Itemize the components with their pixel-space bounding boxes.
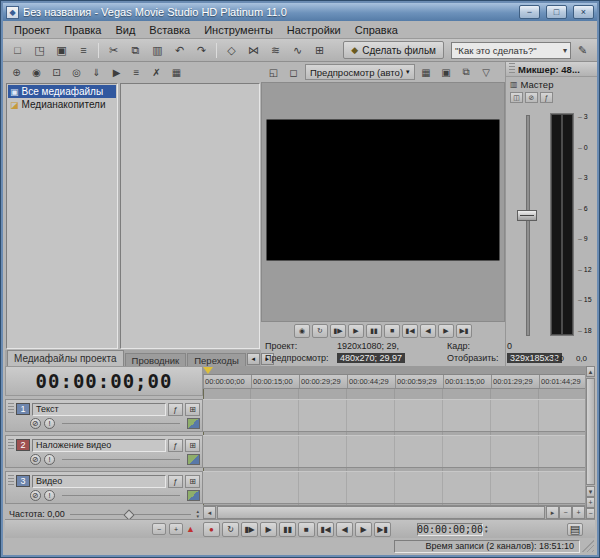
grid-overlay-icon[interactable]: ▦ — [417, 64, 436, 81]
zoom-in-icon[interactable]: + — [572, 506, 585, 519]
dim-output-icon[interactable]: ⊘ — [525, 92, 538, 103]
mute-button[interactable]: ⊘ — [30, 490, 41, 501]
menu-item[interactable]: Правка — [57, 22, 108, 38]
track-fx-button[interactable]: ƒ — [168, 403, 183, 416]
track-motion-button[interactable]: ⊞ — [185, 475, 200, 488]
track-fx-button[interactable]: ƒ — [168, 475, 183, 488]
spin-down-icon[interactable]: ▾ — [485, 529, 488, 534]
close-button[interactable]: × — [573, 5, 594, 19]
scroll-down-icon[interactable]: ▾ — [586, 486, 595, 497]
solo-button[interactable]: ! — [44, 490, 55, 501]
track-lanes[interactable] — [203, 389, 585, 505]
track-level-slider[interactable] — [62, 459, 180, 460]
undo-icon[interactable]: ↶ — [169, 41, 190, 60]
track-header[interactable]: 3 Видео ƒ ⊞ ⊘ ! — [5, 471, 203, 504]
solo-button[interactable]: ! — [44, 418, 55, 429]
next-frame-icon[interactable]: ▶ — [438, 324, 454, 338]
track-level-slider[interactable] — [62, 495, 180, 496]
cut-icon[interactable]: ✂ — [103, 41, 124, 60]
track-name-field[interactable]: Текст — [32, 403, 166, 416]
playback-rate-slider[interactable] — [70, 514, 192, 515]
go-to-end-icon[interactable]: ▶▮ — [456, 324, 472, 338]
zoom-out-icon[interactable]: − — [559, 506, 572, 519]
menu-item[interactable]: Настройки — [280, 22, 348, 38]
mixer-header[interactable]: Микшер: 48... — [506, 62, 597, 77]
marker-bar[interactable] — [203, 366, 585, 375]
record-icon[interactable]: ● — [203, 522, 220, 537]
track-grip[interactable] — [8, 475, 14, 487]
previous-frame-icon[interactable]: ◀ — [420, 324, 436, 338]
track-name-field[interactable]: Наложение видео — [32, 439, 166, 452]
edit-cursor-marker[interactable] — [203, 367, 213, 374]
media-tab[interactable]: Медиафайлы проекта — [7, 350, 124, 366]
track-header[interactable]: 1 Текст ƒ ⊞ ⊘ ! — [5, 399, 203, 432]
tree-item[interactable]: ◪ Медианакопители — [8, 98, 116, 111]
solo-button[interactable]: ! — [44, 454, 55, 465]
window-layout-icon[interactable]: ▤ — [567, 523, 583, 536]
new-project-icon[interactable]: □ — [7, 41, 28, 60]
extract-audio-icon[interactable]: ◎ — [67, 64, 86, 81]
next-frame-icon[interactable]: ▶ — [355, 522, 372, 537]
help-pencil-icon[interactable]: ✎ — [572, 41, 593, 60]
lock-envelopes-icon[interactable]: ∿ — [287, 41, 308, 60]
track-grip[interactable] — [8, 439, 14, 451]
pause-icon[interactable]: ▮▮ — [366, 324, 382, 338]
resize-grip[interactable] — [582, 540, 594, 552]
panel-grip[interactable] — [509, 63, 515, 75]
import-media-icon[interactable]: ⊕ — [7, 64, 26, 81]
play-from-start-icon[interactable]: ▮▶ — [241, 522, 258, 537]
loop-playback-icon[interactable]: ↻ — [312, 324, 328, 338]
capture-video-icon[interactable]: ◉ — [27, 64, 46, 81]
tree-item[interactable]: ▣ Все медиафайлы — [8, 85, 116, 98]
download-media-icon[interactable]: ⇓ — [87, 64, 106, 81]
mute-button[interactable]: ⊘ — [30, 454, 41, 465]
remove-unused-icon[interactable]: ✗ — [147, 64, 166, 81]
stop-icon[interactable]: ■ — [298, 522, 315, 537]
track-header[interactable]: 2 Наложение видео ƒ ⊞ ⊘ ! — [5, 435, 203, 468]
timecode-display[interactable]: 00:00:00;00 — [5, 366, 203, 396]
open-project-icon[interactable]: ◳ — [29, 41, 50, 60]
menu-item[interactable]: Инструменты — [197, 22, 280, 38]
chevron-down-icon[interactable]: ▾ — [563, 46, 567, 55]
track-grip[interactable] — [8, 403, 14, 415]
play-icon[interactable]: ▶ — [348, 324, 364, 338]
track-lane-overlay[interactable] — [203, 435, 585, 468]
fader-handle[interactable] — [517, 210, 537, 221]
play-icon[interactable]: ▶ — [260, 522, 277, 537]
menu-item[interactable]: Справка — [348, 22, 405, 38]
scrollbar-thumb[interactable] — [586, 378, 595, 485]
external-monitor-icon[interactable]: ◻ — [284, 64, 303, 81]
track-lane-text[interactable] — [203, 399, 585, 432]
save-project-icon[interactable]: ▣ — [51, 41, 72, 60]
downmix-icon[interactable]: ◫ — [510, 92, 523, 103]
snapshot-save-icon[interactable]: ▽ — [477, 64, 496, 81]
mute-button[interactable]: ⊘ — [30, 418, 41, 429]
media-bins-icon[interactable]: ▦ — [167, 64, 186, 81]
media-tab[interactable]: Проводник — [125, 353, 187, 366]
track-motion-button[interactable]: ⊞ — [185, 439, 200, 452]
compositing-mode-icon[interactable] — [187, 490, 200, 501]
project-properties-icon[interactable]: ≡ — [73, 41, 94, 60]
paste-icon[interactable]: ▥ — [147, 41, 168, 60]
play-from-start-icon[interactable]: ▮▶ — [330, 324, 346, 338]
redo-icon[interactable]: ↷ — [191, 41, 212, 60]
auto-ripple-icon[interactable]: ≋ — [265, 41, 286, 60]
master-fx-icon[interactable]: ƒ — [540, 92, 553, 103]
track-zoom-in-icon[interactable]: + — [586, 497, 595, 508]
compositing-mode-icon[interactable] — [187, 418, 200, 429]
compositing-mode-icon[interactable] — [187, 454, 200, 465]
menu-item[interactable]: Вставка — [142, 22, 197, 38]
preview-quality-dropdown[interactable]: Предпросмотр (авто) ▾ — [305, 64, 415, 80]
tab-scroll-left-icon[interactable]: ◂ — [247, 353, 260, 365]
sync-cursor-icon[interactable]: ◉ — [294, 324, 310, 338]
snapping-icon[interactable]: ◇ — [221, 41, 242, 60]
get-photo-icon[interactable]: ⊡ — [47, 64, 66, 81]
go-to-start-icon[interactable]: ▮◀ — [402, 324, 418, 338]
minimize-button[interactable]: − — [519, 5, 540, 19]
make-movie-button[interactable]: ◆ Сделать фильм — [343, 41, 444, 59]
menu-item[interactable]: Проект — [7, 22, 57, 38]
track-motion-button[interactable]: ⊞ — [185, 403, 200, 416]
scrollbar-thumb[interactable] — [217, 506, 545, 519]
track-fx-button[interactable]: ƒ — [168, 439, 183, 452]
video-output-icon[interactable]: ◱ — [264, 64, 283, 81]
